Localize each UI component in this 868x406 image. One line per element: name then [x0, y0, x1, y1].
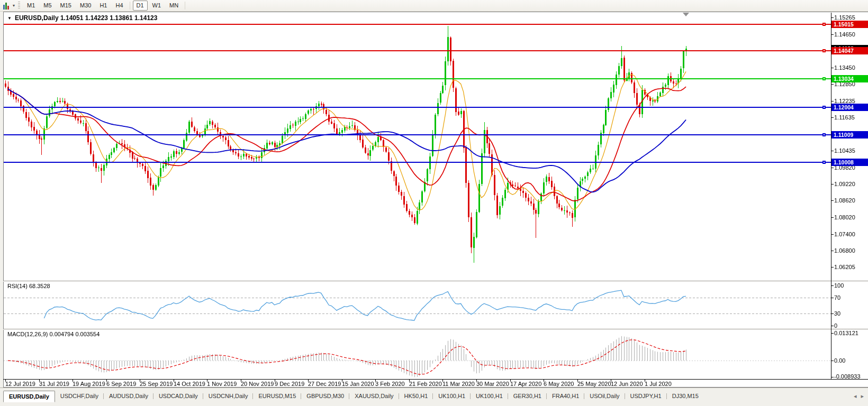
chart-tab-usdjpy-h1[interactable]: USDJPY,H1: [625, 391, 667, 401]
chart-tab-fra40-h1[interactable]: FRA40,H1: [547, 391, 584, 401]
timeframe-button-h1[interactable]: H1: [96, 1, 111, 11]
mt4-app: ▾ M1M5M15M30H1H4D1W1MN ▼EURUSD,Daily 1.1…: [0, 0, 868, 406]
chart-tab-ger30-h1[interactable]: GER30,H1: [508, 391, 547, 401]
price-axis-label: 1.06800: [834, 247, 855, 254]
price-line-badge: 1.14047: [831, 47, 868, 54]
chart-title: ▼EURUSD,Daily 1.14051 1.14223 1.13861 1.…: [7, 14, 157, 22]
timeframe-toolbar: ▾ M1M5M15M30H1H4D1W1MN: [0, 0, 868, 12]
price-axis-label: 1.11635: [834, 114, 855, 121]
rsi-axis-label: 0: [834, 322, 837, 329]
chart-tab-usoil-daily[interactable]: USOil,Daily: [584, 391, 625, 401]
price-axis-label: 1.09220: [834, 181, 855, 187]
price-chart-canvas[interactable]: [3, 12, 868, 387]
date-axis-label: 9 Dec 2019: [275, 381, 304, 387]
chart-tab-usdcnh-daily[interactable]: USDCNH,Daily: [203, 391, 254, 401]
chart-tab-uk100-h1[interactable]: UK100,H1: [433, 391, 471, 401]
rsi-axis-label: 70: [834, 294, 840, 301]
price-axis-label: 1.14650: [834, 31, 855, 38]
chart-type-icon[interactable]: [3, 2, 11, 10]
price-axis-label: 1.06205: [834, 264, 855, 270]
chart-tab-eurusd-daily[interactable]: EURUSD,Daily: [3, 391, 55, 402]
price-axis-label: 1.07400: [834, 231, 855, 237]
date-axis-label: 6 May 2020: [544, 381, 574, 387]
price-axis-label: 1.08020: [834, 214, 855, 220]
toolbar-separator: [130, 2, 130, 10]
timeframe-button-m1[interactable]: M1: [23, 1, 39, 11]
dropdown-caret-icon[interactable]: ▾: [13, 3, 15, 8]
chart-window: ▼EURUSD,Daily 1.14051 1.14223 1.13861 1.…: [3, 12, 868, 387]
date-axis-label: 12 Jul 2019: [5, 381, 35, 387]
toolbar-separator: [185, 2, 185, 10]
date-axis-label: 25 May 2020: [577, 381, 611, 387]
date-axis-label: 11 Mar 2020: [442, 381, 475, 387]
price-line-badge: 1.11009: [831, 131, 868, 139]
tab-scroll-right-icon[interactable]: ▸: [861, 393, 864, 400]
symbol-menu-icon[interactable]: ▼: [7, 16, 12, 21]
timeframe-button-m30[interactable]: M30: [76, 1, 95, 11]
macd-axis-label: 0.013121: [834, 330, 858, 336]
date-axis-label: 27 Dec 2019: [308, 381, 341, 387]
chart-tab-hk50-h1[interactable]: HK50,H1: [399, 391, 433, 401]
tab-scroll-arrows: ◂ ▸: [854, 391, 864, 400]
date-axis-label: 1 Nov 2019: [207, 381, 237, 387]
chart-tab-xauusd-daily[interactable]: XAUUSD,Daily: [349, 391, 399, 401]
chart-tab-usdcad-daily[interactable]: USDCAD,Daily: [153, 391, 203, 401]
toolbar-grip[interactable]: [18, 2, 20, 10]
price-line-badge: 1.15015: [831, 21, 868, 28]
date-axis-label: 14 Oct 2019: [174, 381, 205, 387]
price-line-badge: 1.12004: [831, 104, 868, 111]
date-axis-label: 15 Jan 2020: [342, 381, 374, 387]
date-axis-label: 20 Nov 2019: [241, 381, 274, 387]
rsi-indicator-label: RSI(14) 68.3528: [7, 283, 50, 289]
timeframe-buttons: M1M5M15M30H1H4D1W1MN: [23, 1, 187, 11]
chart-tabs: EURUSD,DailyUSDCHF,DailyAUDUSD,DailyUSDC…: [3, 391, 704, 402]
price-axis-label: 1.13450: [834, 64, 855, 71]
date-axis-label: 17 Apr 2020: [510, 381, 541, 387]
date-axis-label: 12 Jun 2020: [611, 381, 643, 387]
timeframe-button-h4[interactable]: H4: [112, 1, 126, 11]
chart-tab-dj30-m15[interactable]: DJ30,M15: [667, 391, 704, 401]
date-axis-label: 30 Mar 2020: [476, 381, 509, 387]
price-line-badge: 1.10008: [831, 159, 868, 166]
chart-tab-usdchf-daily[interactable]: USDCHF,Daily: [55, 391, 104, 401]
date-axis-label: 6 Sep 2019: [106, 381, 136, 387]
timeframe-button-m15[interactable]: M15: [57, 1, 75, 11]
rsi-axis-label: 30: [834, 310, 840, 317]
timeframe-button-d1[interactable]: D1: [133, 1, 148, 11]
price-axis-label: 1.08620: [834, 197, 855, 204]
macd-indicator-label: MACD(12,26,9) 0.004794 0.003554: [7, 331, 100, 337]
timeframe-button-w1[interactable]: W1: [149, 1, 165, 11]
date-axis-label: 19 Aug 2019: [73, 381, 105, 387]
timeframe-button-mn[interactable]: MN: [166, 1, 182, 11]
chart-tab-eurusd-m15[interactable]: EURUSD,M15: [253, 391, 301, 401]
date-axis-label: 31 Jul 2019: [39, 381, 69, 387]
macd-axis-label: -0.008933: [834, 373, 861, 380]
date-axis-label: 21 Feb 2020: [409, 381, 442, 387]
date-axis-label: 1 Jul 2020: [645, 381, 672, 387]
price-line-badge: 1.13034: [831, 75, 868, 82]
macd-axis-label: 0.00: [834, 357, 845, 364]
timeframe-button-m5[interactable]: M5: [40, 1, 55, 11]
chart-tab-bar: EURUSD,DailyUSDCHF,DailyAUDUSD,DailyUSDC…: [0, 387, 868, 406]
chart-title-text: EURUSD,Daily 1.14051 1.14223 1.13861 1.1…: [15, 14, 158, 22]
price-axis-label: 1.15265: [834, 14, 855, 21]
rsi-axis-label: 100: [834, 282, 844, 289]
date-axis-label: 25 Sep 2019: [140, 381, 173, 387]
price-axis-label: 1.10435: [834, 147, 855, 154]
date-axis-label: 3 Feb 2020: [375, 381, 405, 387]
chart-tab-uk100-h1[interactable]: UK100,H1: [471, 391, 508, 401]
chart-tab-gbpusd-m30[interactable]: GBPUSD,M30: [301, 391, 349, 401]
tab-scroll-left-icon[interactable]: ◂: [854, 393, 857, 400]
chart-tab-audusd-daily[interactable]: AUDUSD,Daily: [104, 391, 153, 401]
